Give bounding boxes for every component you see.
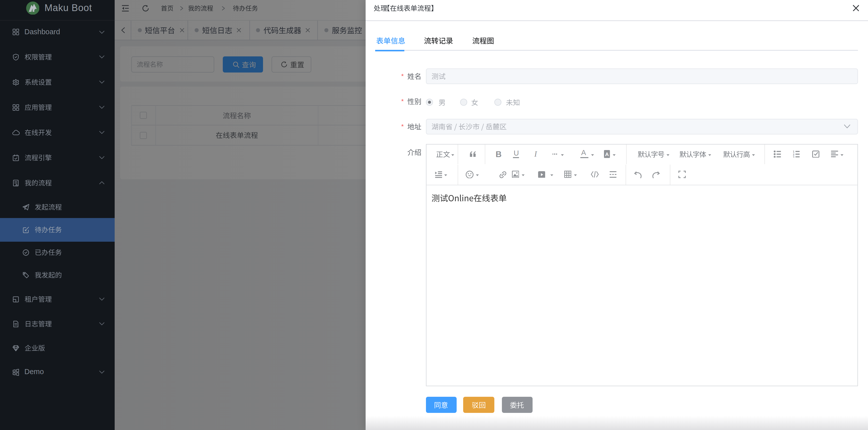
svg-text:3: 3 (793, 156, 794, 158)
svg-text:A: A (605, 151, 609, 157)
